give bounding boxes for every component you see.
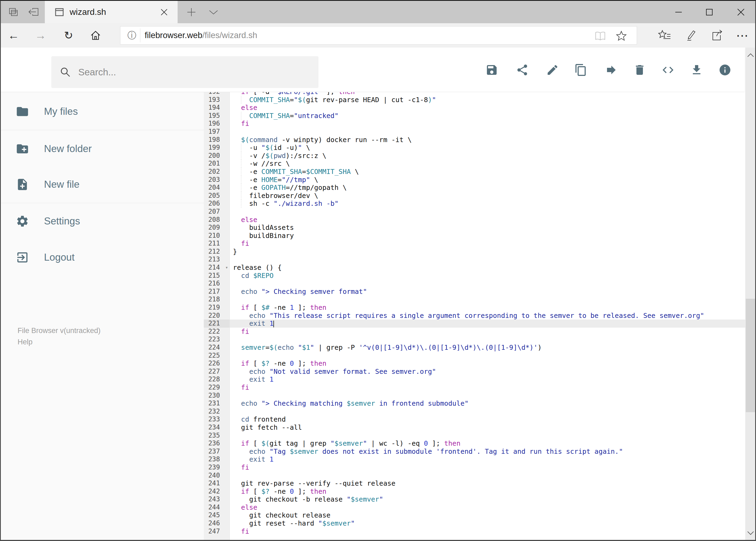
reading-view-icon[interactable] xyxy=(594,31,607,41)
code-line[interactable]: 228 exit 1 xyxy=(204,375,745,383)
code-line[interactable]: 238 exit 1 xyxy=(204,455,745,463)
back-button[interactable]: ← xyxy=(4,23,23,48)
code-line[interactable]: 229 fi xyxy=(204,383,745,392)
share-file-button[interactable] xyxy=(516,64,529,76)
code-line[interactable]: 216 xyxy=(204,279,745,287)
line-number[interactable]: 209 xyxy=(204,224,230,232)
scrollbar-thumb[interactable] xyxy=(746,299,755,412)
code-line[interactable]: 218 xyxy=(204,295,745,303)
delete-button[interactable] xyxy=(633,64,646,76)
code-line[interactable]: 244 else xyxy=(204,503,745,512)
code-line[interactable]: 246 git reset --hard "$semver" xyxy=(204,519,745,527)
more-options-button[interactable]: ⋯ xyxy=(733,23,752,48)
line-number[interactable]: 224 xyxy=(204,343,230,352)
code-editor[interactable]: 192 if [ -d "$REPO/.git" ]; then193 COMM… xyxy=(204,92,745,541)
line-number[interactable]: 230 xyxy=(204,392,230,400)
share-button[interactable] xyxy=(707,23,726,48)
line-number[interactable]: 208 xyxy=(204,216,230,224)
line-number[interactable]: 231 xyxy=(204,399,230,407)
code-line[interactable]: 207 xyxy=(204,208,745,216)
line-number[interactable]: 247 xyxy=(204,527,230,536)
sidebar-item-settings[interactable]: Settings xyxy=(1,211,204,232)
code-line[interactable]: 215 cd $REPO xyxy=(204,272,745,280)
code-line[interactable]: 236 if [ $(git tag | grep "$semver" | wc… xyxy=(204,439,745,447)
line-number[interactable]: 195 xyxy=(204,112,230,120)
line-number[interactable]: 221 xyxy=(204,319,230,327)
save-button[interactable] xyxy=(485,64,498,76)
line-number[interactable]: 197 xyxy=(204,128,230,136)
line-number[interactable]: 204 xyxy=(204,184,230,192)
forward-button[interactable]: → xyxy=(31,23,50,48)
code-line[interactable]: 198 $(command -v winpty) docker run --rm… xyxy=(204,136,745,144)
sidebar-item-my-files[interactable]: My files xyxy=(1,101,204,122)
scroll-down-button[interactable] xyxy=(745,526,756,541)
line-number[interactable]: 193 xyxy=(204,96,230,104)
code-line[interactable]: 200 -v /$(pwd):/src:z \ xyxy=(204,152,745,160)
line-number[interactable]: 238 xyxy=(204,455,230,463)
source-view-button[interactable] xyxy=(661,64,674,76)
line-number[interactable]: 222 xyxy=(204,327,230,336)
code-line[interactable]: 226 if [ $? -ne 0 ]; then xyxy=(204,359,745,367)
info-button[interactable] xyxy=(718,64,731,76)
code-line[interactable]: 205 filebrowser/dev \ xyxy=(204,192,745,200)
line-number[interactable]: 206 xyxy=(204,200,230,208)
line-number[interactable]: 205 xyxy=(204,192,230,200)
code-line[interactable]: 225 xyxy=(204,352,745,360)
code-line[interactable]: 209 buildAssets xyxy=(204,224,745,232)
line-number[interactable]: 217 xyxy=(204,287,230,296)
line-number[interactable]: 211 xyxy=(204,240,230,248)
code-line[interactable]: 222 fi xyxy=(204,327,745,336)
line-number[interactable]: 237 xyxy=(204,447,230,456)
code-line[interactable]: 240 xyxy=(204,472,745,480)
url-text[interactable]: filebrowser.web/files/wizard.sh xyxy=(145,31,257,40)
code-line[interactable]: 199 -u "$(id -u)" \ xyxy=(204,144,745,152)
line-number[interactable]: 215 xyxy=(204,272,230,280)
line-number[interactable]: 203 xyxy=(204,176,230,184)
line-number[interactable]: 199 xyxy=(204,144,230,152)
search-input[interactable] xyxy=(78,66,294,78)
code-line[interactable]: 235 xyxy=(204,432,745,440)
code-line[interactable]: 239 fi xyxy=(204,463,745,472)
line-number[interactable]: 200 xyxy=(204,152,230,160)
line-number[interactable]: 220 xyxy=(204,312,230,320)
address-bar[interactable]: ⓘ filebrowser.web/files/wizard.sh xyxy=(120,26,637,45)
maximize-button[interactable] xyxy=(698,1,721,23)
code-line[interactable]: 212} xyxy=(204,248,745,256)
code-line[interactable]: 234 git fetch --all xyxy=(204,423,745,432)
line-number[interactable]: 194 xyxy=(204,104,230,112)
code-line[interactable]: 208 else xyxy=(204,216,745,224)
line-number[interactable]: 243 xyxy=(204,495,230,503)
code-line[interactable]: 241 git rev-parse --verify --quiet relea… xyxy=(204,479,745,487)
search-bar[interactable] xyxy=(51,56,319,88)
code-line[interactable]: 210 buildBinary xyxy=(204,232,745,240)
code-line[interactable]: 203 -e HOME="//tmp" \ xyxy=(204,176,745,184)
minimize-button[interactable] xyxy=(667,1,690,23)
line-number[interactable]: 246 xyxy=(204,519,230,527)
code-line[interactable]: 243 git checkout -b release "$semver" xyxy=(204,495,745,503)
code-line[interactable]: 231 echo "> Checking matching $semver in… xyxy=(204,399,745,407)
code-line[interactable]: 247 fi xyxy=(204,527,745,536)
line-number[interactable]: 234 xyxy=(204,423,230,432)
tab-preview-button[interactable] xyxy=(206,1,221,23)
code-line[interactable]: 219 if [ $# -ne 1 ]; then xyxy=(204,303,745,312)
page-scrollbar[interactable] xyxy=(745,48,756,541)
line-number[interactable]: 225 xyxy=(204,352,230,360)
code-line[interactable]: 245 git checkout release xyxy=(204,511,745,519)
code-line[interactable]: 201 -w //src \ xyxy=(204,160,745,168)
rename-button[interactable] xyxy=(546,64,559,76)
close-button[interactable] xyxy=(730,1,752,23)
code-line[interactable]: 204 -e GOPATH=//tmp/gopath \ xyxy=(204,184,745,192)
code-line[interactable]: 211 fi xyxy=(204,240,745,248)
line-number[interactable]: 216 xyxy=(204,279,230,287)
code-line[interactable]: 221 exit 1 xyxy=(204,319,745,327)
code-line[interactable]: 237 echo "Tag $semver does not exist in … xyxy=(204,447,745,456)
sidebar-item-new-folder[interactable]: New folder xyxy=(1,139,204,159)
sidebar-item-new-file[interactable]: New file xyxy=(1,174,204,195)
code-line[interactable]: 233 cd frontend xyxy=(204,415,745,423)
code-line[interactable]: 223 xyxy=(204,335,745,343)
code-line[interactable]: 195 COMMIT_SHA="untracked" xyxy=(204,112,745,120)
refresh-button[interactable]: ↻ xyxy=(59,23,78,48)
annotate-button[interactable] xyxy=(681,23,700,48)
code-line[interactable]: 230 xyxy=(204,392,745,400)
help-link[interactable]: Help xyxy=(18,336,101,347)
